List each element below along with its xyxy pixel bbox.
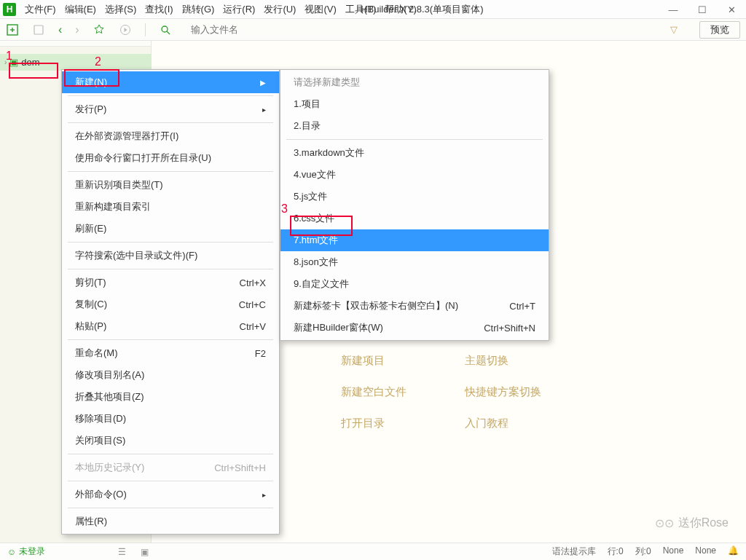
sm-json[interactable]: 8.json文件	[280, 251, 549, 273]
app-logo-icon: H	[3, 3, 16, 16]
cm-close[interactable]: 关闭项目(S)	[62, 430, 279, 451]
cm-open-explorer[interactable]: 在外部资源管理器打开(I)	[62, 125, 279, 147]
save-icon[interactable]	[32, 23, 45, 36]
status-col: 列:0	[635, 545, 651, 558]
list-icon[interactable]: ☰	[118, 547, 126, 557]
chevron-right-icon: ▸	[262, 106, 266, 114]
window-title: HBuilder X 2.8.3(单项目窗体)	[361, 3, 483, 16]
cm-reidentify[interactable]: 重新识别项目类型(T)	[62, 174, 279, 196]
nav-back-icon[interactable]: ‹	[58, 23, 62, 36]
project-tree-item[interactable]: › ▣ dem	[0, 54, 151, 71]
menu-find[interactable]: 查找(I)	[141, 1, 177, 17]
sm-new-tab[interactable]: 新建标签卡【双击标签卡右侧空白】(N)Ctrl+T	[280, 295, 549, 317]
welcome-open-dir[interactable]: 打开目录	[341, 417, 465, 430]
cm-cut[interactable]: 剪切(T)Ctrl+X	[62, 272, 279, 293]
annotation-3: 3	[281, 202, 288, 216]
sm-css[interactable]: 6.css文件	[280, 208, 549, 229]
toolbar: ‹ › ▽ 预览	[0, 19, 746, 41]
svg-point-5	[162, 26, 168, 32]
watermark: ⊙⊙ 送你Rose	[655, 516, 729, 531]
welcome-tutorial[interactable]: 入门教程	[465, 417, 589, 430]
bell-icon[interactable]: 🔔	[728, 545, 739, 558]
cm-collapse[interactable]: 折叠其他项目(Z)	[62, 386, 279, 408]
menubar: H 文件(F) 编辑(E) 选择(S) 查找(I) 跳转(G) 运行(R) 发行…	[0, 0, 746, 19]
cm-history: 本地历史记录(Y)Ctrl+Shift+H	[62, 457, 279, 478]
svg-line-6	[167, 31, 170, 34]
sm-project[interactable]: 1.项目	[280, 93, 549, 115]
login-status[interactable]: ☺ 未登录	[7, 545, 45, 558]
welcome-theme[interactable]: 主题切换	[465, 354, 589, 368]
new-window-icon[interactable]	[6, 23, 19, 36]
sm-js[interactable]: 5.js文件	[280, 186, 549, 208]
cm-open-terminal[interactable]: 使用命令行窗口打开所在目录(U)	[62, 147, 279, 169]
sm-new-window[interactable]: 新建HBuilder窗体(W)Ctrl+Shift+N	[280, 317, 549, 339]
menu-run[interactable]: 运行(R)	[219, 1, 259, 17]
svg-rect-3	[34, 25, 43, 34]
sm-custom[interactable]: 9.自定义文件	[280, 273, 549, 295]
filter-icon[interactable]: ▽	[667, 23, 680, 36]
cm-paste[interactable]: 粘贴(P)Ctrl+V	[62, 315, 279, 337]
close-button[interactable]: ✕	[717, 0, 746, 19]
status-row: 行:0	[608, 545, 624, 558]
welcome-new-project[interactable]: 新建项目	[341, 354, 465, 368]
cm-publish[interactable]: 发行(P)▸	[62, 98, 279, 120]
cm-copy[interactable]: 复制(C)Ctrl+C	[62, 293, 279, 315]
menu-goto[interactable]: 跳转(G)	[178, 1, 219, 17]
annotation-2: 2	[95, 55, 101, 68]
submenu-header: 请选择新建类型	[280, 71, 549, 93]
cm-rename[interactable]: 重命名(M)F2	[62, 342, 279, 364]
cm-search-files[interactable]: 字符搜索(选中目录或文件)(F)	[62, 245, 279, 267]
menu-view[interactable]: 视图(V)	[300, 1, 340, 17]
sm-directory[interactable]: 2.目录	[280, 115, 549, 137]
menu-file[interactable]: 文件(F)	[20, 1, 60, 17]
project-name-label: dem	[21, 57, 39, 68]
cm-alias[interactable]: 修改项目别名(A)	[62, 364, 279, 386]
user-icon: ☺	[7, 547, 16, 557]
context-menu: 新建(N)▶ 发行(P)▸ 在外部资源管理器打开(I) 使用命令行窗口打开所在目…	[61, 69, 280, 535]
annotation-1: 1	[6, 50, 12, 63]
cm-refresh[interactable]: 刷新(E)	[62, 218, 279, 240]
minimize-button[interactable]: —	[659, 0, 688, 19]
status-syntax[interactable]: 语法提示库	[552, 545, 596, 558]
chevron-right-icon: ▶	[260, 79, 266, 87]
star-icon[interactable]	[93, 23, 106, 36]
welcome-shortcuts[interactable]: 快捷键方案切换	[465, 385, 589, 399]
play-icon[interactable]	[119, 23, 132, 36]
menu-edit[interactable]: 编辑(E)	[60, 1, 101, 17]
cm-properties[interactable]: 属性(R)	[62, 510, 279, 532]
sm-markdown[interactable]: 3.markdown文件	[280, 142, 549, 164]
sm-vue[interactable]: 4.vue文件	[280, 164, 549, 186]
status-encoding: None	[663, 545, 684, 558]
maximize-button[interactable]: ☐	[688, 0, 717, 19]
new-submenu: 请选择新建类型 1.项目 2.目录 3.markdown文件 4.vue文件 5…	[280, 69, 549, 341]
status-lang: None	[695, 545, 716, 558]
statusbar: ☺ 未登录 ☰ ▣ 语法提示库 行:0 列:0 None None 🔔	[0, 543, 746, 560]
cm-remove[interactable]: 移除项目(D)	[62, 408, 279, 430]
cm-external-cmd[interactable]: 外部命令(O)▸	[62, 484, 279, 505]
search-icon[interactable]	[159, 23, 172, 36]
cm-new[interactable]: 新建(N)▶	[62, 71, 279, 93]
menu-select[interactable]: 选择(S)	[101, 1, 141, 17]
menu-publish[interactable]: 发行(U)	[259, 1, 300, 17]
nav-forward-icon[interactable]: ›	[75, 23, 79, 36]
search-input[interactable]	[191, 24, 654, 35]
preview-button[interactable]: 预览	[699, 21, 740, 39]
welcome-new-blank[interactable]: 新建空白文件	[341, 385, 465, 399]
terminal-icon[interactable]: ▣	[141, 547, 149, 557]
chevron-right-icon: ▸	[262, 491, 266, 499]
sm-html[interactable]: 7.html文件	[280, 229, 549, 251]
wechat-icon: ⊙⊙	[655, 516, 674, 530]
cm-rebuild-index[interactable]: 重新构建项目索引	[62, 196, 279, 218]
